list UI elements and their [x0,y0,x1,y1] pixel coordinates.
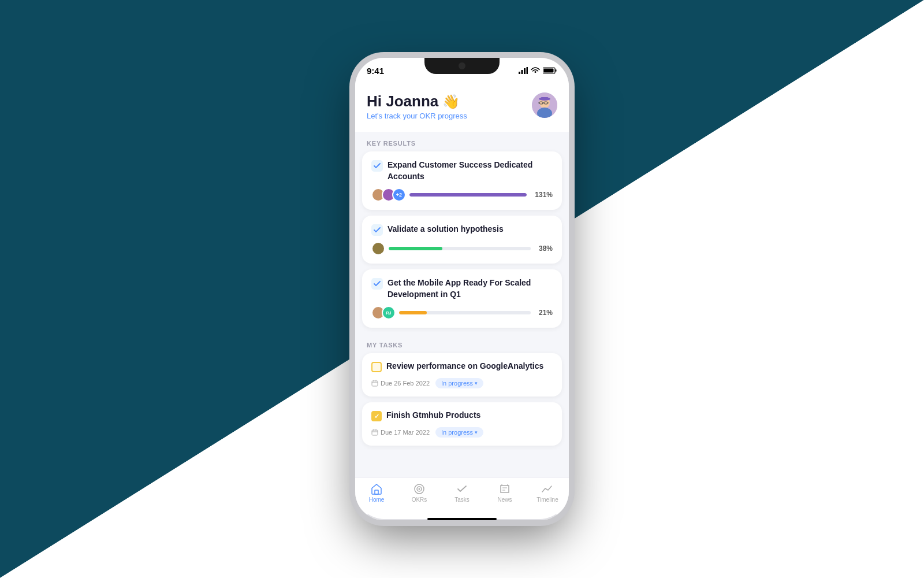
avatar-rj: RJ [382,306,396,320]
svg-rect-17 [372,381,378,386]
kr-card-3[interactable]: Get the Mobile App Ready For Scaled Deve… [362,269,562,328]
camera [459,62,465,69]
header-greeting: Hi Joanna 👋 Let's track your OKR progres… [367,92,467,120]
svg-rect-16 [541,97,548,99]
greeting-text: Hi Joanna 👋 [367,92,467,110]
kr-1-pct: 131% [535,191,553,199]
kr-1-progress-bar [409,193,527,197]
nav-news[interactable]: News [483,483,526,503]
status-time: 9:41 [367,66,384,76]
battery-icon [543,67,557,74]
status-icons [519,67,557,74]
task-card-1[interactable]: Review performance on GoogleAnalytics Du… [362,353,562,397]
svg-rect-3 [527,67,528,74]
calendar-icon-2 [371,429,378,436]
task-1-checkbox[interactable] [371,362,382,372]
greeting-subtitle: Let's track your OKR progress [367,112,467,120]
svg-rect-21 [372,430,378,435]
home-icon [370,483,383,495]
task-2-checkbox[interactable] [371,411,382,421]
kr-3-pct: 21% [539,309,553,317]
kr-1-progress-fill [409,193,527,197]
task-1-meta: Due 26 Feb 2022 In progress [371,378,553,388]
task-2-status[interactable]: In progress [435,427,483,438]
task-2-title: Finish Gtmhub Products [371,410,553,421]
kr-2-avatars [371,242,382,255]
kr-2-title: Validate a solution hypothesis [371,224,553,236]
nav-home-label: Home [369,497,385,503]
kr-2-icon [371,224,383,236]
tasks-icon [456,483,468,495]
status-bar: 9:41 [355,58,569,83]
task-1-due: Due 26 Feb 2022 [371,380,430,387]
avatar-image [532,92,557,118]
header: Hi Joanna 👋 Let's track your OKR progres… [355,83,569,132]
task-2-meta: Due 17 Mar 2022 In progress [371,427,553,438]
user-avatar[interactable] [532,92,557,118]
kr-1-icon [371,160,383,172]
kr-card-1[interactable]: Expand Customer Success Dedicated Accoun… [362,151,562,210]
nav-tasks-label: Tasks [454,497,470,503]
tasks-label: MY TASKS [355,334,569,353]
svg-rect-6 [556,69,557,72]
task-1-title: Review performance on GoogleAnalytics [371,361,553,372]
kr-card-2[interactable]: Validate a solution hypothesis 38% [362,216,562,264]
phone-frame: 9:41 [355,58,569,520]
kr-2-progress-fill [389,247,442,250]
nav-timeline-label: Timeline [536,497,558,503]
kr-2-pct: 38% [539,244,553,253]
svg-rect-5 [544,69,554,73]
nav-tasks[interactable]: Tasks [441,483,483,503]
nav-okrs-label: OKRs [412,497,427,503]
kr-3-icon [371,278,383,290]
kr-1-avatars: +2 [371,188,403,202]
nav-home[interactable]: Home [355,483,398,503]
svg-rect-0 [519,72,520,74]
avatar-plus: +2 [392,188,406,202]
timeline-icon [541,483,554,495]
notch [424,58,500,74]
news-icon [498,483,511,495]
bottom-spacer [355,451,569,457]
key-results-label: KEY RESULTS [355,132,569,151]
kr-2-progress-bar [389,247,531,250]
svg-rect-25 [375,490,378,494]
kr-1-footer: +2 131% [371,188,553,202]
kr-3-progress-fill [399,311,427,314]
wifi-icon [531,67,540,74]
kr-3-footer: RJ 21% [371,306,553,320]
bottom-nav: Home OKRs Tasks [355,477,569,514]
task-card-2[interactable]: Finish Gtmhub Products Due 17 Mar 2022 I… [362,402,562,446]
nav-timeline[interactable]: Timeline [526,483,569,503]
calendar-icon-1 [371,380,378,387]
nav-okrs[interactable]: OKRs [398,483,441,503]
kr-3-avatars: RJ [371,306,392,320]
okrs-icon [413,483,426,495]
avatar-3 [371,242,385,255]
kr-3-progress-bar [399,311,531,314]
screen: Hi Joanna 👋 Let's track your OKR progres… [355,83,569,477]
signal-icon [519,67,528,74]
nav-news-label: News [497,497,512,503]
home-indicator [427,518,497,520]
kr-2-footer: 38% [371,242,553,255]
svg-point-28 [419,488,420,490]
kr-1-title: Expand Customer Success Dedicated Accoun… [371,160,553,182]
kr-3-title: Get the Mobile App Ready For Scaled Deve… [371,277,553,300]
task-1-status[interactable]: In progress [435,378,483,388]
svg-rect-1 [521,70,523,74]
svg-rect-2 [524,68,526,74]
task-2-due: Due 17 Mar 2022 [371,429,430,436]
